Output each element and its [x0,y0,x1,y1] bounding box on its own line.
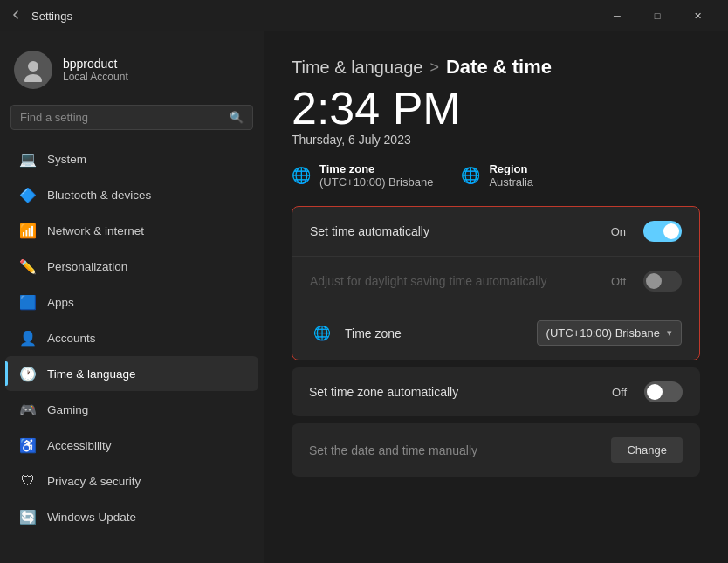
breadcrumb: Time & language > Date & time [292,56,700,79]
timezone-value: (UTC+10:00) Brisbane [319,175,433,189]
timezone-setting-label: Time zone [345,326,526,340]
user-profile[interactable]: bpproduct Local Account [0,42,264,105]
content-area: Time & language > Date & time 2:34 PM Th… [264,31,728,563]
apps-icon: 🟦 [19,293,37,311]
set-time-auto-status: On [611,225,626,238]
change-button[interactable]: Change [611,437,683,463]
daylight-saving-status: Off [611,275,626,288]
timezone-auto-status: Off [612,386,627,399]
timezone-dropdown-value: (UTC+10:00) Brisbane [546,326,660,340]
sidebar-item-label-personalization: Personalization [47,260,127,273]
titlebar: Settings ─ □ ✕ [0,0,728,31]
nav-container: 💻 System 🔷 Bluetooth & devices 📶 Network… [0,141,264,535]
timezone-auto-row: Set time zone automatically Off [292,367,700,416]
accounts-icon: 👤 [19,329,37,347]
maximize-button[interactable]: □ [637,0,677,31]
sidebar-item-label-accounts: Accounts [47,332,96,345]
sidebar-item-gaming[interactable]: 🎮 Gaming [5,392,258,427]
sidebar-item-privacy[interactable]: 🛡 Privacy & security [5,463,258,498]
sidebar-item-bluetooth[interactable]: 🔷 Bluetooth & devices [5,177,258,212]
accessibility-icon: ♿ [19,436,37,454]
region-value: Australia [489,175,533,189]
breadcrumb-parent: Time & language [292,58,422,78]
sidebar-item-apps[interactable]: 🟦 Apps [5,285,258,319]
set-time-auto-row: Set time automatically On [292,207,699,257]
sidebar-item-accounts[interactable]: 👤 Accounts [5,320,258,355]
time-info-row: 🌐 Time zone (UTC+10:00) Brisbane 🌐 Regio… [292,162,700,189]
current-date-display: Thursday, 6 July 2023 [292,133,700,147]
timezone-info: 🌐 Time zone (UTC+10:00) Brisbane [292,162,433,189]
avatar [14,51,52,89]
sidebar-item-label-accessibility: Accessibility [47,439,112,452]
sidebar-item-accessibility[interactable]: ♿ Accessibility [5,428,258,463]
sidebar-item-system[interactable]: 💻 System [5,141,258,176]
search-icon: 🔍 [230,111,244,124]
sidebar-item-personalization[interactable]: ✏️ Personalization [5,249,258,284]
daylight-saving-toggle[interactable] [643,271,682,292]
sidebar-item-label-privacy: Privacy & security [47,475,141,488]
toggle-knob-3 [647,384,663,400]
timezone-setting-row: 🌐 Time zone (UTC+10:00) Brisbane ▾ [292,306,699,360]
region-globe-icon: 🌐 [461,166,480,185]
sidebar-item-update[interactable]: 🔄 Windows Update [5,499,258,534]
privacy-icon: 🛡 [19,472,37,490]
set-time-auto-toggle[interactable] [643,221,682,242]
system-icon: 💻 [19,150,37,168]
daylight-saving-row: Adjust for daylight saving time automati… [292,257,699,306]
toggle-knob [663,223,679,239]
breadcrumb-current: Date & time [446,56,552,79]
personalization-icon: ✏️ [19,257,37,275]
close-button[interactable]: ✕ [677,0,718,31]
manual-time-card: Set the date and time manually Change [292,423,700,477]
timezone-dropdown[interactable]: (UTC+10:00) Brisbane ▾ [537,320,682,346]
timezone-auto-toggle[interactable] [644,381,683,402]
sidebar-item-label-apps: Apps [47,296,74,309]
current-time-display: 2:34 PM [292,86,700,131]
sidebar-item-label-time: Time & language [47,367,136,381]
highlighted-settings-card: Set time automatically On Adjust for day… [292,206,700,360]
set-time-auto-label: Set time automatically [310,224,601,238]
svg-point-1 [24,74,42,82]
chevron-down-icon: ▾ [667,327,672,339]
gaming-icon: 🎮 [19,401,37,418]
bluetooth-icon: 🔷 [19,186,37,203]
window-title: Settings [31,10,590,23]
region-label: Region [489,162,533,175]
update-icon: 🔄 [19,508,37,525]
timezone-label: Time zone [319,162,433,175]
search-input[interactable] [20,111,223,124]
region-info: 🌐 Region Australia [461,162,533,189]
sidebar-item-label-network: Network & internet [47,224,144,237]
sidebar-item-time[interactable]: 🕐 Time & language [5,356,258,391]
search-box[interactable]: 🔍 [10,105,253,130]
username: bpproduct [63,57,128,71]
account-type: Local Account [63,71,128,83]
minimize-button[interactable]: ─ [597,0,637,31]
svg-point-0 [28,61,38,72]
sidebar-item-label-system: System [47,153,86,166]
daylight-saving-label: Adjust for daylight saving time automati… [310,274,601,288]
manual-time-label: Set the date and time manually [309,443,601,457]
user-info: bpproduct Local Account [63,57,128,83]
breadcrumb-separator: > [429,58,439,77]
sidebar-item-label-gaming: Gaming [47,403,88,416]
timezone-row-icon: 🌐 [310,321,334,346]
toggle-knob-2 [646,273,662,289]
timezone-auto-label: Set time zone automatically [309,385,601,399]
back-button[interactable] [10,9,21,23]
sidebar: bpproduct Local Account 🔍 💻 System 🔷 Blu… [0,31,264,563]
timezone-auto-card: Set time zone automatically Off [292,367,700,416]
sidebar-item-network[interactable]: 📶 Network & internet [5,213,258,248]
timezone-globe-icon: 🌐 [292,166,311,185]
window-controls: ─ □ ✕ [597,0,718,31]
manual-time-row: Set the date and time manually Change [292,423,700,477]
sidebar-item-label-bluetooth: Bluetooth & devices [47,189,151,202]
sidebar-item-label-update: Windows Update [47,511,136,524]
network-icon: 📶 [19,222,37,239]
time-icon: 🕐 [19,365,37,382]
